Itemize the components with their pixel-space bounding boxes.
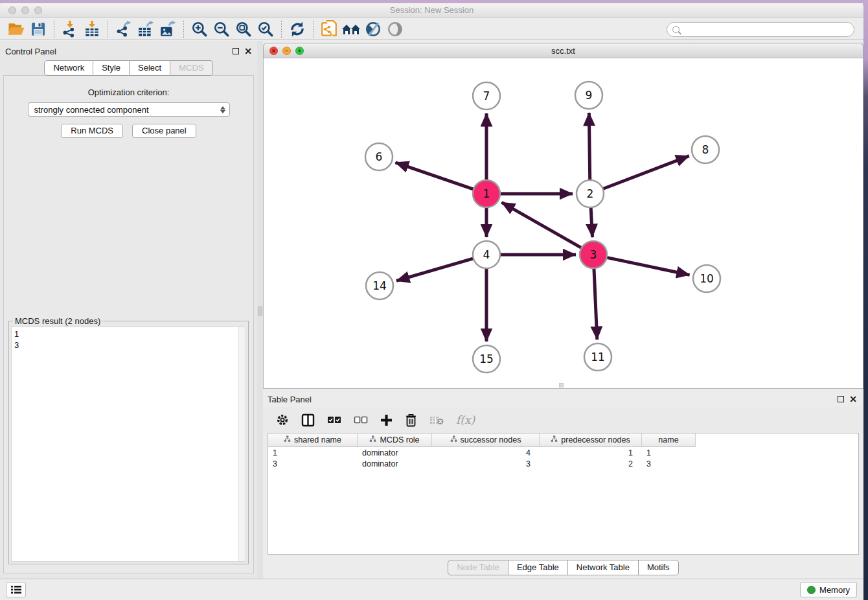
- mcds-result-text[interactable]: 1 3: [12, 327, 238, 561]
- column-label: name: [658, 435, 678, 444]
- export-image-button[interactable]: [157, 19, 179, 39]
- apply-layout-button[interactable]: [286, 19, 308, 39]
- criterion-select[interactable]: strongly connected component: [28, 102, 230, 117]
- zoom-out-button[interactable]: [211, 19, 233, 39]
- add-column-icon[interactable]: [380, 414, 393, 426]
- result-scrollbar[interactable]: [238, 327, 246, 561]
- control-panel-tabs: NetworkStyleSelectMCDS: [44, 60, 212, 76]
- tab-mcds[interactable]: MCDS: [170, 60, 212, 76]
- network-graph[interactable]: 7968124314101511: [264, 58, 862, 387]
- close-table-panel-icon[interactable]: ✕: [849, 396, 857, 402]
- app-titlebar[interactable]: Session: New Session: [0, 3, 863, 18]
- tab-node-table[interactable]: Node Table: [448, 560, 508, 575]
- table-row[interactable]: 1dominator411: [268, 447, 858, 458]
- task-history-button[interactable]: [6, 582, 26, 597]
- column-header-mcds-role[interactable]: MCDS role: [358, 433, 432, 447]
- column-header-shared-name[interactable]: shared name: [268, 433, 358, 447]
- node-label-14: 14: [372, 279, 387, 292]
- float-table-panel-icon[interactable]: [838, 396, 844, 402]
- edge-3-1[interactable]: [501, 202, 581, 248]
- network-from-selection-button[interactable]: [318, 19, 340, 39]
- tab-motifs[interactable]: Motifs: [639, 560, 679, 575]
- table-header-row: shared nameMCDS rolesuccessor nodesprede…: [268, 433, 858, 447]
- edge-3-11[interactable]: [594, 268, 597, 340]
- network-canvas[interactable]: 7968124314101511: [263, 58, 863, 389]
- tab-style[interactable]: Style: [93, 60, 130, 76]
- app-window: Session: New Session: [0, 3, 863, 600]
- select-all-columns-icon[interactable]: [327, 416, 341, 424]
- export-table-button[interactable]: [135, 19, 157, 39]
- divider-grip[interactable]: [258, 306, 262, 316]
- toolbar-separator: [54, 21, 54, 38]
- table-cell[interactable]: 1: [540, 448, 642, 457]
- column-type-icon: [551, 435, 558, 444]
- node-table[interactable]: shared nameMCDS rolesuccessor nodesprede…: [268, 433, 859, 555]
- search-box[interactable]: [667, 22, 854, 37]
- table-cell[interactable]: 1: [268, 448, 358, 457]
- column-header-successor-nodes[interactable]: successor nodes: [432, 433, 540, 447]
- column-header-name[interactable]: name: [642, 433, 696, 447]
- graphics-details-button[interactable]: [362, 19, 384, 39]
- delete-columns-icon[interactable]: [405, 413, 417, 427]
- desktop-wallpaper-right: [863, 0, 868, 600]
- save-session-button[interactable]: [27, 19, 49, 39]
- app-title: Session: New Session: [0, 5, 863, 15]
- unselect-all-columns-icon[interactable]: [354, 416, 368, 424]
- column-type-icon: [450, 435, 457, 444]
- table-cell[interactable]: dominator: [358, 459, 432, 468]
- show-columns-icon[interactable]: [301, 413, 315, 427]
- node-label-7: 7: [483, 89, 490, 102]
- control-panel: Control Panel ✕ NetworkStyleSelectMCDS O…: [0, 41, 257, 579]
- table-row[interactable]: 3dominator323: [268, 458, 858, 469]
- toolbar-separator: [108, 21, 108, 38]
- edge-3-10[interactable]: [607, 257, 690, 275]
- column-label: predecessor nodes: [561, 435, 630, 444]
- zoom-in-button[interactable]: [188, 19, 211, 39]
- canvas-resize-grip[interactable]: [559, 383, 564, 387]
- zoom-fit-button[interactable]: [233, 19, 255, 39]
- tab-edge-table[interactable]: Edge Table: [508, 560, 568, 575]
- tab-select[interactable]: Select: [130, 60, 170, 76]
- import-network-button[interactable]: [59, 19, 81, 39]
- status-bar: Memory: [0, 579, 863, 600]
- table-cell[interactable]: 4: [432, 448, 540, 457]
- optimization-criterion-label: Optimization criterion:: [4, 87, 253, 97]
- table-cell[interactable]: 2: [540, 459, 642, 468]
- panel-divider[interactable]: [257, 41, 263, 579]
- column-header-predecessor-nodes[interactable]: predecessor nodes: [540, 433, 642, 447]
- zoom-selected-button[interactable]: [255, 19, 277, 39]
- float-panel-icon[interactable]: [233, 48, 239, 54]
- tab-network-table[interactable]: Network Table: [568, 560, 639, 575]
- node-label-9: 9: [586, 89, 593, 102]
- search-input[interactable]: [683, 24, 854, 36]
- node-label-1: 1: [483, 187, 490, 200]
- export-network-button[interactable]: [113, 19, 135, 39]
- close-panel-icon[interactable]: ✕: [244, 48, 252, 54]
- import-table-button[interactable]: [81, 19, 103, 39]
- edge-4-14[interactable]: [396, 259, 474, 281]
- table-cell[interactable]: 1: [642, 448, 696, 457]
- node-label-15: 15: [479, 352, 494, 365]
- table-cell[interactable]: 3: [642, 459, 696, 468]
- table-cell[interactable]: 3: [432, 459, 540, 468]
- show-hide-button[interactable]: [384, 19, 406, 39]
- edge-2-8[interactable]: [603, 156, 689, 189]
- edge-2-9[interactable]: [589, 113, 589, 180]
- select-stepper-icon: [220, 106, 225, 113]
- edge-1-6[interactable]: [396, 163, 474, 189]
- first-neighbors-button[interactable]: [340, 19, 362, 39]
- memory-button[interactable]: Memory: [800, 582, 857, 597]
- table-panel: Table Panel ✕: [263, 391, 863, 579]
- network-window-titlebar[interactable]: × − + scc.txt: [263, 43, 863, 58]
- table-options-gear-icon[interactable]: [276, 413, 289, 426]
- close-panel-button[interactable]: Close panel: [132, 124, 196, 138]
- run-mcds-button[interactable]: Run MCDS: [61, 124, 123, 138]
- edge-2-3[interactable]: [591, 207, 592, 237]
- node-label-3: 3: [590, 248, 597, 261]
- open-session-button[interactable]: [5, 19, 27, 39]
- table-cell[interactable]: 3: [268, 459, 358, 468]
- node-label-6: 6: [376, 150, 383, 163]
- table-cell[interactable]: dominator: [358, 448, 432, 457]
- tab-network[interactable]: Network: [44, 60, 93, 76]
- memory-status-icon: [807, 586, 816, 594]
